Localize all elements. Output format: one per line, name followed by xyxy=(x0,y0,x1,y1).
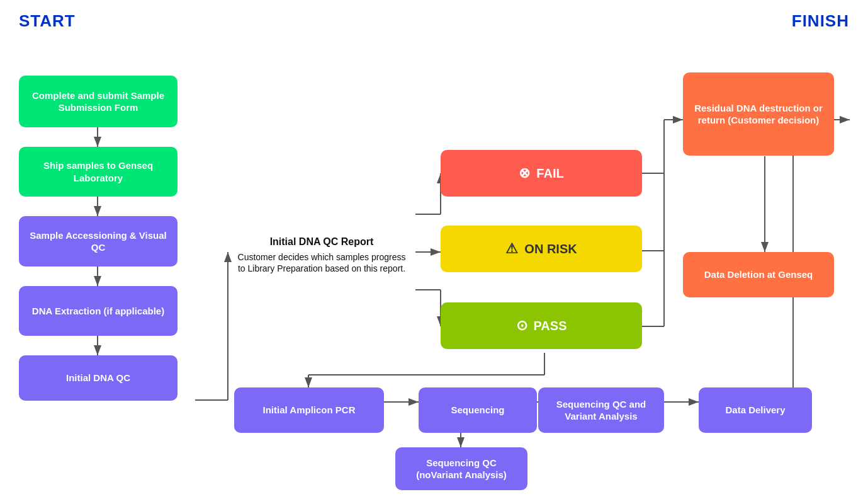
pass-box: ⊙ PASS xyxy=(441,302,642,349)
sequencing-box: Sequencing xyxy=(419,387,537,433)
submit-form-box: Complete and submit Sample Submission Fo… xyxy=(19,76,178,127)
initial-amplicon-pcr-box: Initial Amplicon PCR xyxy=(234,387,384,433)
pass-label: PASS xyxy=(534,318,567,334)
initial-dna-qc-box: Initial DNA QC xyxy=(19,355,178,401)
sequencing-qc-novariant-box: Sequencing QC (noVariant Analysis) xyxy=(395,447,527,490)
data-delivery-box: Data Delivery xyxy=(699,387,812,433)
qc-report-box: Initial DNA QC Report Customer decides w… xyxy=(228,214,415,296)
fail-box: ⊗ FAIL xyxy=(441,150,642,197)
sequencing-qc-variant-box: Sequencing QC and Variant Analysis xyxy=(538,387,664,433)
start-label: START xyxy=(19,11,76,31)
residual-dna-box: Residual DNA destruction or return (Cust… xyxy=(683,72,834,156)
qc-report-title: Initial DNA QC Report xyxy=(237,236,407,249)
pass-icon: ⊙ xyxy=(516,317,527,335)
diagram-container: START FINISH xyxy=(0,0,868,499)
sample-accessioning-box: Sample Accessioning & Visual QC xyxy=(19,216,178,267)
data-deletion-box: Data Deletion at Genseq xyxy=(683,252,834,297)
fail-icon: ⊗ xyxy=(519,164,530,183)
fail-label: FAIL xyxy=(536,165,563,181)
risk-icon: ⚠ xyxy=(505,240,518,258)
ship-samples-box: Ship samples to Genseq Laboratory xyxy=(19,147,178,197)
on-risk-box: ⚠ ON RISK xyxy=(441,226,642,272)
on-risk-label: ON RISK xyxy=(524,241,577,257)
finish-label: FINISH xyxy=(792,11,849,31)
qc-report-body: Customer decides which samples progress … xyxy=(238,252,406,273)
dna-extraction-box: DNA Extraction (if applicable) xyxy=(19,286,178,336)
